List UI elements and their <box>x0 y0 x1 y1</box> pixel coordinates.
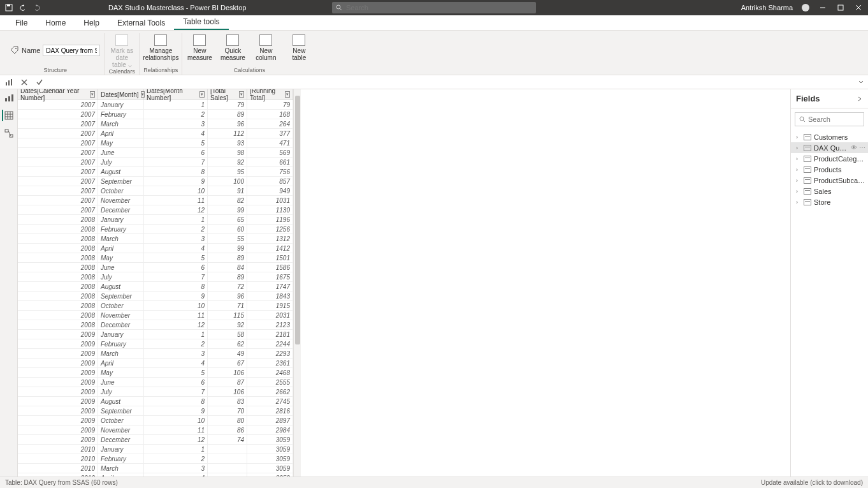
table-row[interactable]: 2010January13059 <box>18 445 293 454</box>
table-row[interactable]: 2009December12743059 <box>18 435 293 445</box>
filter-icon[interactable]: ▾ <box>199 91 205 98</box>
table-row[interactable]: 2010March33059 <box>18 464 293 473</box>
table-row[interactable]: 2008March3551312 <box>18 234 293 244</box>
fields-search-input[interactable] <box>808 115 860 123</box>
table-row[interactable]: 2007March396264 <box>18 119 293 129</box>
ribbon: Name Structure Mark as date table ⌵ Cale… <box>0 31 868 75</box>
table-row[interactable]: 2009April4672361 <box>18 359 293 368</box>
column-header[interactable]: Dates[Month Number]▾ <box>144 89 208 100</box>
ribbon-tab-file[interactable]: File <box>6 16 36 30</box>
fields-table-item[interactable]: ›Store <box>791 196 868 207</box>
cell: 857 <box>247 177 293 186</box>
table-row[interactable]: 2008October10711915 <box>18 301 293 311</box>
data-view-button[interactable] <box>2 110 13 121</box>
ribbon-tab-external-tools[interactable]: External Tools <box>108 16 174 30</box>
table-row[interactable]: 2009March3492293 <box>18 349 293 359</box>
filter-icon[interactable]: ▾ <box>285 91 290 98</box>
table-row[interactable]: 2009June6872555 <box>18 378 293 387</box>
undo-icon[interactable] <box>19 4 27 11</box>
new-column-button[interactable]: New column <box>252 34 279 61</box>
filter-icon[interactable]: ▾ <box>239 91 244 98</box>
table-row[interactable]: 2009November11862984 <box>18 425 293 435</box>
avatar[interactable] <box>802 4 809 11</box>
global-search[interactable] <box>332 2 536 13</box>
table-row[interactable]: 2009February2622244 <box>18 339 293 349</box>
table-row[interactable]: 2008July7891675 <box>18 272 293 282</box>
table-row[interactable]: 2008September9961843 <box>18 292 293 301</box>
cell: 83 <box>208 397 247 406</box>
update-available-link[interactable]: Update available (click to download) <box>761 479 863 486</box>
fields-table-item[interactable]: ›ProductSubcategory <box>791 175 868 186</box>
collapse-pane-button[interactable] <box>857 96 863 102</box>
table-row[interactable]: 2008June6841586 <box>18 263 293 272</box>
save-icon[interactable] <box>5 4 13 11</box>
table-row[interactable]: 2007April4112377 <box>18 129 293 138</box>
svg-rect-1 <box>7 4 10 6</box>
table-row[interactable]: 2009August8832745 <box>18 397 293 406</box>
table-row[interactable]: 2007January17979 <box>18 100 293 110</box>
cell: April <box>98 129 144 138</box>
table-row[interactable]: 2007December12991130 <box>18 205 293 215</box>
table-row[interactable]: 2008November111152031 <box>18 311 293 320</box>
more-icon[interactable]: 👁 ⋯ <box>851 144 865 151</box>
vertical-scrollbar[interactable] <box>293 89 301 477</box>
table-name-input[interactable] <box>43 45 100 56</box>
table-row[interactable]: 2007November11821031 <box>18 196 293 205</box>
cell: August <box>98 397 144 406</box>
table-row[interactable]: 2009May51062468 <box>18 368 293 378</box>
table-row[interactable]: 2009July71062662 <box>18 387 293 397</box>
svg-rect-9 <box>6 82 7 85</box>
cell: 91 <box>208 186 247 196</box>
column-header[interactable]: [Running Total]▾ <box>247 89 293 100</box>
quick-measure-button[interactable]: Quick measure <box>219 34 246 61</box>
maximize-button[interactable] <box>836 3 845 12</box>
model-view-button[interactable] <box>3 128 15 139</box>
redo-icon[interactable] <box>33 4 41 11</box>
fields-table-item[interactable]: ›ProductCategory <box>791 153 868 164</box>
table-row[interactable]: 2007June698569 <box>18 148 293 158</box>
table-row[interactable]: 2008May5891501 <box>18 253 293 263</box>
fields-table-item[interactable]: ›Customers <box>791 131 868 142</box>
expand-formula-button[interactable] <box>858 79 864 85</box>
table-row[interactable]: 2010April43059 <box>18 473 293 477</box>
column-header[interactable]: [Total Sales]▾ <box>208 89 247 100</box>
table-row[interactable]: 2009September9702816 <box>18 406 293 416</box>
close-button[interactable] <box>854 3 863 12</box>
ribbon-tab-table-tools[interactable]: Table tools <box>174 15 228 30</box>
cell: January <box>98 100 144 110</box>
table-row[interactable]: 2007August895756 <box>18 167 293 177</box>
report-view-button[interactable] <box>3 92 15 103</box>
column-header[interactable]: Dates[Month]▾ <box>98 89 144 100</box>
fields-search[interactable] <box>795 112 864 126</box>
ribbon-tab-help[interactable]: Help <box>75 16 108 30</box>
cancel-formula-button[interactable] <box>19 77 29 87</box>
table-row[interactable]: 2008August8721747 <box>18 282 293 292</box>
chart-view-icon[interactable] <box>4 77 14 87</box>
global-search-input[interactable] <box>346 4 532 11</box>
fields-table-item[interactable]: ›DAX Query from ...👁 ⋯ <box>791 142 868 153</box>
table-row[interactable]: 2008April4991412 <box>18 244 293 253</box>
table-row[interactable]: 2008February2601256 <box>18 225 293 234</box>
table-row[interactable]: 2007September9100857 <box>18 177 293 186</box>
manage-relationships-button[interactable]: Manage relationships <box>147 34 174 61</box>
table-row[interactable]: 2007July792661 <box>18 158 293 167</box>
minimize-button[interactable] <box>818 3 827 12</box>
commit-formula-button[interactable] <box>34 77 45 87</box>
table-row[interactable]: 2008December12922123 <box>18 320 293 330</box>
ribbon-tab-home[interactable]: Home <box>36 16 75 30</box>
table-row[interactable]: 2010February23059 <box>18 454 293 464</box>
new-measure-button[interactable]: New measure <box>186 34 213 61</box>
table-row[interactable]: 2007October1091949 <box>18 186 293 196</box>
filter-icon[interactable]: ▾ <box>90 91 95 98</box>
table-row[interactable]: 2009October10802897 <box>18 416 293 425</box>
cell: 2008 <box>18 244 98 253</box>
fields-table-item[interactable]: ›Products <box>791 164 868 175</box>
measure-icon <box>193 34 206 46</box>
fields-table-item[interactable]: ›Sales <box>791 186 868 196</box>
table-row[interactable]: 2007May593471 <box>18 138 293 148</box>
table-row[interactable]: 2008January1651196 <box>18 215 293 225</box>
column-header[interactable]: Dates[Calendar Year Number]▾ <box>18 89 98 100</box>
table-row[interactable]: 2009January1582181 <box>18 330 293 339</box>
table-row[interactable]: 2007February289168 <box>18 110 293 119</box>
new-table-button[interactable]: New table <box>286 34 312 61</box>
